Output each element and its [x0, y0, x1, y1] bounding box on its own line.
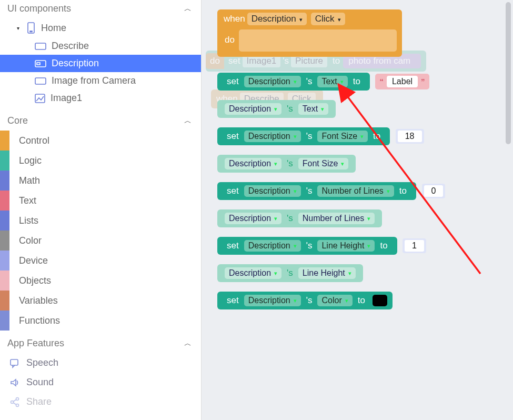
color-swatch — [0, 211, 9, 231]
core-label: Objects — [19, 275, 51, 286]
core-label: Functions — [19, 315, 60, 326]
apostrophe-s: 's — [306, 241, 313, 251]
core-item-device[interactable]: Device — [0, 251, 201, 271]
property-dropdown[interactable]: Text — [317, 76, 347, 87]
get-block-description-line-height[interactable]: Description 's Line Height — [217, 264, 363, 282]
svg-rect-1 — [30, 31, 32, 32]
section-header-ui-components[interactable]: UI components ︿ — [0, 0, 201, 17]
triangle-down-icon: ▾ — [17, 25, 24, 31]
core-item-objects[interactable]: Objects — [0, 271, 201, 291]
component-dropdown[interactable]: Description — [244, 185, 301, 197]
core-label: Color — [19, 235, 42, 246]
property-dropdown[interactable]: Line Height — [298, 267, 356, 279]
event-block-when-description-click[interactable]: when Description Click do — [217, 9, 402, 57]
svg-rect-7 — [11, 359, 18, 365]
chevron-up-icon: ︿ — [184, 116, 192, 126]
keyword-set: set — [227, 131, 239, 142]
tree-label: Image from Camera — [52, 75, 136, 86]
color-swatch — [0, 191, 9, 211]
section-header-core[interactable]: Core ︿ — [0, 112, 201, 129]
number-value[interactable]: 0 — [424, 185, 444, 197]
property-dropdown[interactable]: Font Size — [298, 158, 349, 169]
app-label: Speech — [26, 357, 58, 368]
core-item-variables[interactable]: Variables — [0, 291, 201, 311]
property-dropdown[interactable]: Number of Lines — [317, 185, 394, 197]
core-label: Lists — [19, 215, 38, 226]
component-tree: ▾ Home Describe Description Image from C… — [0, 17, 201, 112]
number-input-slot[interactable]: 18 — [396, 129, 424, 144]
core-label: Variables — [19, 295, 58, 306]
tree-label: Home — [41, 23, 66, 34]
set-block-description-number-of-lines[interactable]: set Description 's Number of Lines to — [217, 182, 416, 200]
core-label: Math — [19, 175, 40, 186]
do-slot[interactable] — [239, 29, 397, 52]
apostrophe-s: 's — [306, 76, 313, 87]
button-icon — [35, 43, 46, 50]
component-dropdown[interactable]: Description — [225, 103, 281, 115]
component-dropdown[interactable]: Description — [225, 213, 281, 224]
text-literal-block[interactable]: “ Label ” — [375, 74, 429, 89]
apostrophe-s: 's — [287, 104, 293, 114]
color-value-swatch[interactable] — [373, 295, 387, 306]
share-icon — [9, 397, 20, 407]
app-item-share[interactable]: Share — [0, 392, 201, 412]
core-item-functions[interactable]: Functions — [0, 311, 201, 331]
component-dropdown[interactable]: Description — [244, 295, 301, 306]
chevron-up-icon: ︿ — [184, 339, 192, 348]
tree-label: Describe — [52, 41, 89, 52]
number-input-slot[interactable]: 0 — [422, 184, 446, 198]
core-item-control[interactable]: Control — [0, 131, 201, 151]
property-dropdown[interactable]: Line Height — [317, 240, 375, 252]
blocks-canvas[interactable]: Image from Camera Click do set Image1 's… — [202, 0, 513, 420]
section-title: UI components — [7, 3, 71, 14]
property-dropdown[interactable]: Number of Lines — [298, 213, 375, 224]
apostrophe-s: 's — [287, 213, 293, 224]
apostrophe-s: 's — [306, 131, 313, 142]
set-block-description-line-height[interactable]: set Description 's Line Height to — [217, 237, 397, 255]
set-block-description-text[interactable]: set Description 's Text to — [217, 73, 370, 91]
tree-item-image1[interactable]: Image1 — [0, 89, 201, 107]
component-dropdown[interactable]: Description — [225, 158, 281, 169]
color-swatch — [0, 131, 9, 151]
tree-item-description[interactable]: Description — [0, 55, 201, 72]
apostrophe-s: 's — [306, 295, 313, 306]
core-label: Device — [19, 255, 48, 266]
app-item-sound[interactable]: Sound — [0, 373, 201, 392]
section-header-app-features[interactable]: App Features ︿ — [0, 335, 201, 352]
component-dropdown[interactable]: Description — [244, 240, 301, 252]
property-dropdown[interactable]: Font Size — [317, 131, 368, 142]
component-dropdown[interactable]: Description — [244, 131, 301, 142]
tree-item-image-from-camera[interactable]: Image from Camera — [0, 72, 201, 89]
event-dropdown[interactable]: Click — [311, 13, 345, 25]
text-literal-value[interactable]: Label — [387, 76, 418, 87]
get-block-description-font-size[interactable]: Description 's Font Size — [217, 155, 356, 173]
core-item-logic[interactable]: Logic — [0, 151, 201, 171]
speech-icon — [9, 358, 20, 368]
component-dropdown[interactable]: Description — [244, 76, 301, 87]
core-item-text[interactable]: Text — [0, 191, 201, 211]
core-item-color[interactable]: Color — [0, 231, 201, 251]
property-dropdown[interactable]: Color — [317, 295, 352, 306]
core-item-math[interactable]: Math — [0, 171, 201, 191]
app-label: Share — [26, 396, 52, 407]
tree-item-describe[interactable]: Describe — [0, 37, 201, 55]
keyword-set: set — [227, 241, 239, 251]
component-dropdown[interactable]: Description — [225, 267, 281, 279]
component-dropdown[interactable]: Description — [247, 13, 307, 25]
section-title: App Features — [7, 338, 64, 349]
core-item-lists[interactable]: Lists — [0, 211, 201, 231]
app-item-speech[interactable]: Speech — [0, 353, 201, 373]
number-value[interactable]: 1 — [405, 240, 424, 252]
color-swatch — [0, 271, 9, 291]
set-block-description-font-size[interactable]: set Description 's Font Size to — [217, 127, 390, 145]
set-block-description-color[interactable]: set Description 's Color to — [217, 292, 393, 309]
keyword-to: to — [358, 295, 365, 306]
number-value[interactable]: 18 — [398, 131, 422, 142]
color-swatch — [0, 251, 9, 271]
property-dropdown[interactable]: Text — [298, 103, 328, 115]
tree-item-home[interactable]: ▾ Home — [0, 18, 201, 37]
get-block-description-text[interactable]: Description 's Text — [217, 100, 336, 118]
keyword-to: to — [353, 76, 360, 87]
get-block-description-number-of-lines[interactable]: Description 's Number of Lines — [217, 209, 382, 227]
number-input-slot[interactable]: 1 — [403, 238, 426, 253]
